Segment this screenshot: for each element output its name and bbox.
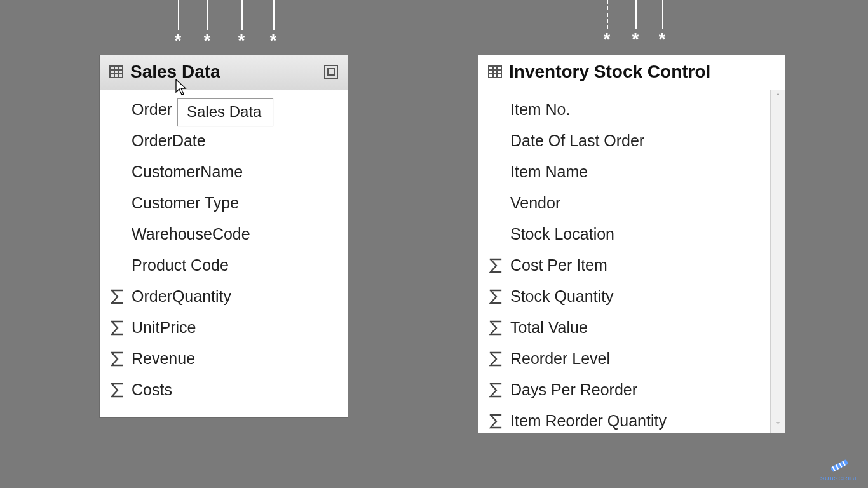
field-label: Days Per Reorder	[510, 381, 637, 399]
svg-rect-12	[831, 459, 848, 472]
sigma-icon	[487, 289, 504, 304]
field-label: Item No.	[510, 100, 570, 119]
field-row[interactable]: Stock Quantity	[478, 281, 771, 312]
sigma-icon	[109, 320, 125, 336]
field-row[interactable]: Total Value	[478, 312, 771, 343]
field-row[interactable]: OrderDate	[100, 125, 348, 156]
sigma-icon	[487, 383, 504, 398]
svg-rect-6	[328, 69, 334, 75]
field-list: ˄ ˅ Item No.Date Of Last OrderItem NameV…	[478, 90, 785, 433]
field-label: OrderDate	[132, 132, 206, 150]
relationship-line	[273, 0, 275, 30]
field-label: Item Reorder Quantity	[510, 412, 667, 430]
field-row[interactable]: Revenue	[100, 343, 348, 374]
scroll-up-icon[interactable]: ˄	[776, 90, 780, 104]
subscribe-watermark: SUBSCRIBE	[820, 458, 859, 482]
table-icon	[109, 64, 124, 79]
field-row[interactable]: Vendor	[478, 187, 771, 219]
relationship-line-inactive	[607, 0, 608, 29]
field-row[interactable]: Customer Type	[100, 187, 348, 219]
field-row[interactable]: Date Of Last Order	[478, 125, 771, 156]
field-label: Customer Type	[132, 194, 239, 212]
sigma-icon	[487, 320, 504, 336]
scrollbar[interactable]: ˄ ˅	[770, 90, 785, 433]
sigma-icon	[487, 258, 504, 273]
table-icon	[487, 64, 503, 79]
field-row[interactable]: Days Per Reorder	[478, 374, 771, 405]
field-row[interactable]: Item Reorder Quantity	[478, 405, 771, 433]
field-label: Item Name	[510, 163, 588, 181]
sigma-icon	[487, 414, 504, 429]
field-row[interactable]: OrderQuantity	[100, 281, 348, 312]
svg-rect-7	[489, 66, 501, 78]
field-row[interactable]: Costs	[100, 374, 348, 405]
table-title: Sales Data	[130, 62, 220, 82]
field-row[interactable]: WarehouseCode	[100, 219, 348, 250]
field-label: CustomerName	[132, 163, 243, 181]
field-label: Revenue	[132, 349, 195, 368]
svg-rect-5	[325, 65, 337, 78]
field-label: UnitPrice	[132, 318, 196, 337]
field-row[interactable]: Stock Location	[478, 219, 771, 250]
relationship-line	[178, 0, 179, 30]
cardinality-many-icon: *	[270, 30, 277, 51]
table-title: Inventory Stock Control	[509, 62, 710, 82]
field-label: Stock Quantity	[510, 287, 614, 306]
field-label: Total Value	[510, 318, 588, 337]
scroll-down-icon[interactable]: ˅	[776, 419, 780, 433]
table-header[interactable]: Sales Data	[100, 55, 348, 90]
field-label: Costs	[132, 381, 172, 399]
field-row[interactable]: Item No.	[478, 94, 771, 125]
cardinality-many-icon: *	[604, 29, 611, 50]
field-row[interactable]: CustomerName	[100, 156, 348, 187]
sigma-icon	[109, 351, 125, 367]
field-label: Product Code	[132, 256, 229, 274]
cardinality-many-icon: *	[659, 29, 666, 50]
field-row[interactable]: Item Name	[478, 156, 771, 187]
field-list: Order NumberOrderDateCustomerNameCustome…	[100, 90, 348, 417]
field-label: OrderQuantity	[132, 287, 231, 306]
table-card-inventory-stock-control[interactable]: Inventory Stock Control ˄ ˅ Item No.Date…	[478, 55, 785, 433]
sigma-icon	[487, 351, 504, 367]
sigma-icon	[109, 383, 125, 398]
cardinality-many-icon: *	[238, 30, 245, 51]
field-label: Cost Per Item	[510, 256, 607, 274]
relationship-line	[662, 0, 663, 29]
field-label: Date Of Last Order	[510, 132, 644, 150]
field-row[interactable]: Cost Per Item	[478, 250, 771, 281]
field-row[interactable]: Product Code	[100, 250, 348, 281]
cardinality-many-icon: *	[632, 29, 639, 50]
cardinality-many-icon: *	[204, 30, 211, 51]
relationship-line	[635, 0, 637, 29]
cardinality-many-icon: *	[175, 30, 182, 51]
maximize-icon[interactable]	[323, 64, 339, 79]
table-header[interactable]: Inventory Stock Control	[478, 55, 785, 90]
relationship-line	[207, 0, 208, 30]
field-label: Stock Location	[510, 225, 614, 243]
relationship-line	[241, 0, 243, 30]
field-label: Reorder Level	[510, 349, 610, 368]
svg-rect-0	[110, 66, 123, 78]
field-label: Vendor	[510, 194, 560, 212]
field-label: WarehouseCode	[132, 225, 250, 243]
tooltip: Sales Data	[177, 98, 273, 126]
subscribe-label: SUBSCRIBE	[820, 475, 859, 482]
field-row[interactable]: UnitPrice	[100, 312, 348, 343]
field-row[interactable]: Reorder Level	[478, 343, 771, 374]
sigma-icon	[109, 289, 125, 304]
